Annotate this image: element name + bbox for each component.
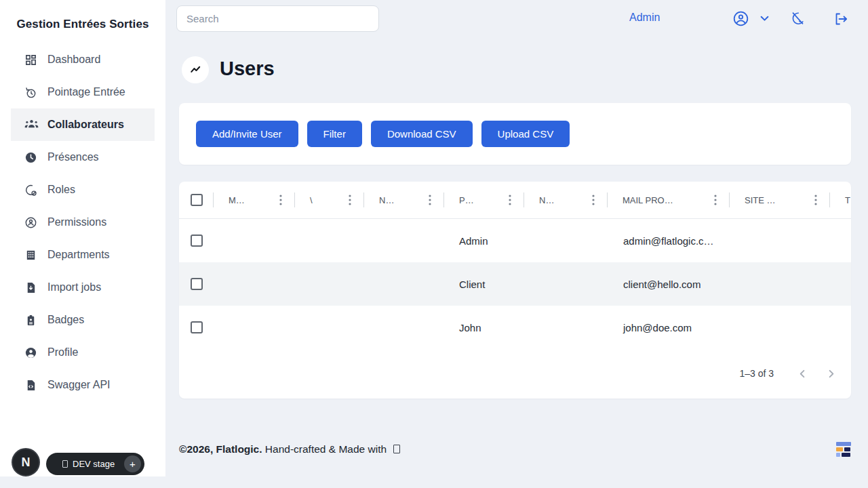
column-header[interactable]: SITE …	[729, 182, 829, 218]
sidebar-item-label: Collaborateurs	[47, 119, 124, 131]
page-title: Users	[220, 58, 275, 80]
column-header[interactable]: N…	[524, 182, 607, 218]
dev-stage-label: DEV stage	[73, 459, 115, 469]
roles-icon	[24, 184, 37, 197]
badge-person-icon	[24, 216, 37, 229]
missing-glyph-box	[62, 460, 68, 468]
sidebar: Gestion Entrées Sorties Dashboard Pointa…	[0, 0, 165, 476]
header-checkbox-cell	[179, 194, 213, 206]
sidebar-item-label: Swagger API	[47, 379, 111, 391]
cell-name: Client	[443, 279, 524, 290]
sidebar-item-label: Permissions	[47, 216, 106, 228]
cell-email: client@hello.com	[607, 279, 729, 290]
sidebar-item-departments[interactable]: Departments	[11, 239, 155, 271]
pagination-range-label: 1–3 of 3	[739, 368, 774, 379]
column-menu-icon[interactable]	[429, 195, 431, 205]
table-pagination: 1–3 of 3	[179, 349, 851, 398]
sidebar-item-label: Profile	[47, 346, 78, 359]
column-header-label: T…	[845, 195, 851, 205]
download-csv-button[interactable]: Download CSV	[371, 121, 473, 147]
column-header[interactable]: MAIL PRO…	[607, 182, 729, 218]
sidebar-nav: Dashboard Pointage Entrée Collaborateurs…	[0, 43, 165, 401]
column-header-label: MAIL PRO…	[623, 195, 673, 205]
sidebar-item-import-jobs[interactable]: Import jobs	[11, 271, 155, 304]
flatlogic-logo[interactable]	[836, 442, 851, 457]
avatar[interactable]: N	[12, 448, 40, 476]
logout-icon[interactable]	[833, 11, 849, 27]
chevron-down-icon[interactable]	[760, 16, 769, 22]
column-header[interactable]: M…	[213, 182, 294, 218]
actions-card: Add/Invite User Filter Download CSV Uplo…	[179, 103, 851, 165]
dev-stage-pill[interactable]: DEV stage +	[46, 453, 144, 475]
sidebar-item-label: Dashboard	[47, 54, 100, 66]
sidebar-item-collaborateurs[interactable]: Collaborateurs	[11, 108, 155, 141]
column-header-label: N…	[539, 195, 554, 205]
missing-glyph-box	[393, 445, 400, 453]
filter-button[interactable]: Filter	[307, 121, 362, 147]
footer-text: ©2026, Flatlogic. Hand-crafted & Made wi…	[179, 443, 400, 455]
row-checkbox[interactable]	[191, 278, 203, 290]
sidebar-item-dashboard[interactable]: Dashboard	[11, 43, 155, 76]
column-header[interactable]: \	[294, 182, 363, 218]
search-input[interactable]	[176, 5, 379, 32]
column-menu-icon[interactable]	[814, 195, 817, 205]
column-header-label: M…	[229, 195, 245, 205]
file-code-icon	[24, 379, 37, 392]
sidebar-item-label: Badges	[47, 314, 84, 326]
sidebar-item-roles[interactable]: Roles	[11, 174, 155, 206]
people-group-icon	[24, 119, 37, 131]
account-circle-icon[interactable]	[732, 10, 749, 27]
row-checkbox[interactable]	[191, 235, 203, 247]
sidebar-item-presences[interactable]: Présences	[11, 141, 155, 174]
column-header[interactable]: P…	[443, 182, 524, 218]
row-checkbox[interactable]	[191, 321, 203, 333]
table-row[interactable]: Client client@hello.com	[179, 262, 851, 306]
table-row[interactable]: Admin admin@flatlogic.c…	[179, 219, 851, 262]
cell-email: john@doe.com	[607, 322, 729, 333]
column-header[interactable]: T…	[829, 182, 851, 218]
column-header-label: P…	[459, 195, 474, 205]
sidebar-item-label: Departments	[47, 249, 110, 261]
column-header[interactable]: N…	[363, 182, 443, 218]
cell-email: admin@flatlogic.c…	[607, 235, 729, 247]
column-menu-icon[interactable]	[714, 195, 717, 205]
cell-name: John	[443, 322, 524, 333]
footer-copyright: ©2026, Flatlogic.	[179, 443, 262, 455]
select-all-checkbox[interactable]	[191, 194, 203, 206]
column-header-label: SITE …	[745, 195, 776, 205]
person-circle-icon	[24, 346, 37, 359]
column-menu-icon[interactable]	[509, 195, 511, 205]
dashboard-icon	[24, 54, 37, 66]
clock-filled-icon	[24, 151, 37, 164]
sidebar-item-swagger-api[interactable]: Swagger API	[11, 369, 155, 401]
file-import-icon	[24, 281, 37, 294]
building-icon	[24, 249, 37, 262]
footer-tagline: Hand-crafted & Made with	[265, 443, 387, 455]
column-menu-icon[interactable]	[349, 195, 351, 205]
sidebar-item-label: Présences	[47, 151, 99, 163]
sidebar-item-profile[interactable]: Profile	[11, 336, 155, 369]
sidebar-item-permissions[interactable]: Permissions	[11, 206, 155, 239]
sidebar-item-label: Import jobs	[47, 281, 101, 293]
app-title: Gestion Entrées Sorties	[0, 0, 165, 31]
column-header-label: \	[310, 195, 313, 205]
sidebar-item-badges[interactable]: Badges	[11, 304, 155, 336]
sidebar-item-label: Pointage Entrée	[47, 86, 125, 98]
column-menu-icon[interactable]	[279, 195, 282, 205]
table-row[interactable]: John john@doe.com	[179, 306, 851, 349]
sidebar-item-pointage-entree[interactable]: Pointage Entrée	[11, 76, 155, 108]
id-badge-icon	[24, 314, 37, 327]
table-header-row: M… \ N… P… N… MAIL PRO… SITE … T…	[179, 182, 851, 219]
users-table: M… \ N… P… N… MAIL PRO… SITE … T…	[179, 182, 851, 399]
previous-page-icon[interactable]	[791, 363, 813, 384]
expand-plus-button[interactable]: +	[124, 455, 141, 472]
upload-csv-button[interactable]: Upload CSV	[481, 121, 570, 147]
column-menu-icon[interactable]	[592, 195, 595, 205]
sidebar-item-label: Roles	[47, 184, 75, 196]
add-invite-user-button[interactable]: Add/Invite User	[196, 121, 298, 147]
trending-line-icon	[189, 64, 202, 77]
next-page-icon[interactable]	[820, 363, 842, 384]
current-user-label[interactable]: Admin	[629, 12, 660, 24]
dark-mode-toggle-icon[interactable]	[789, 10, 806, 26]
page-icon-circle	[182, 56, 209, 83]
